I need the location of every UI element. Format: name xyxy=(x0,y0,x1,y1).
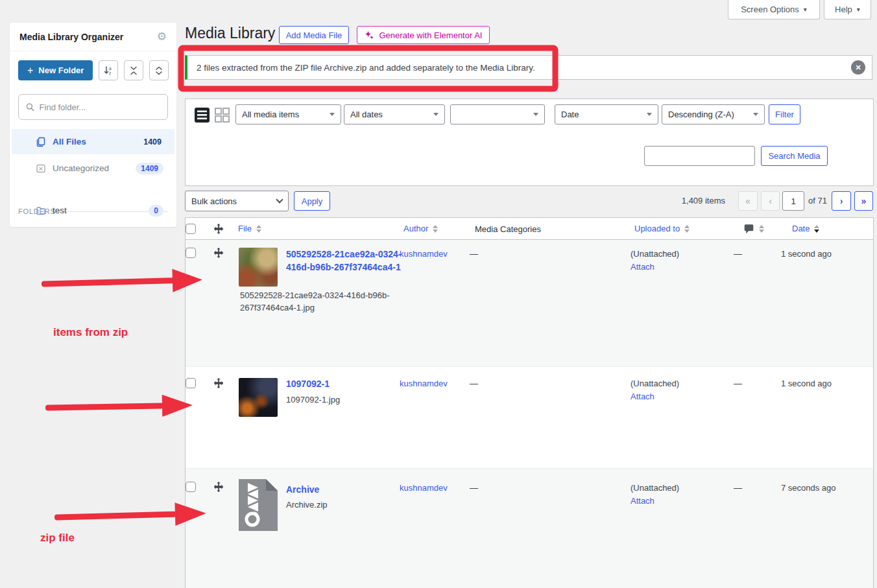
sidebar-item-uncategorized[interactable]: Uncategorized 1409 xyxy=(12,156,174,181)
row-checkbox[interactable] xyxy=(186,248,196,258)
apply-button-label: Apply xyxy=(302,196,323,206)
date-value: 1 second ago xyxy=(781,379,832,388)
move-handle-icon[interactable] xyxy=(213,377,224,389)
next-page-button[interactable]: › xyxy=(832,191,851,211)
apply-button[interactable]: Apply xyxy=(294,191,330,211)
orderby-value: Date xyxy=(561,110,579,119)
sort-by-comments-header[interactable] xyxy=(743,223,764,234)
new-folder-label: New Folder xyxy=(38,65,84,75)
media-search-input[interactable] xyxy=(644,146,755,166)
author-link[interactable]: kushnamdev xyxy=(400,483,448,493)
move-handle-icon[interactable] xyxy=(213,247,224,259)
list-view-button[interactable] xyxy=(194,107,210,125)
new-folder-button[interactable]: + New Folder xyxy=(18,60,93,80)
row-checkbox[interactable] xyxy=(186,378,196,388)
attach-link[interactable]: Attach xyxy=(631,392,655,401)
add-media-file-button[interactable]: Add Media File xyxy=(279,26,349,44)
generate-elementor-ai-button[interactable]: Generate with Elementor AI xyxy=(357,26,490,44)
help-button[interactable]: Help ▾ xyxy=(824,0,871,19)
grid-view-button[interactable] xyxy=(214,107,230,125)
folder-x-icon xyxy=(36,163,46,174)
folder-search-box xyxy=(18,94,168,120)
sidebar-item-folder-test[interactable]: test 0 xyxy=(12,198,174,223)
wp-admin-media-library-page: Screen Options ▾ Help ▾ Media Library Or… xyxy=(0,0,877,588)
order-select[interactable]: Descending (Z-A) xyxy=(662,104,765,124)
date-filter-value: All dates xyxy=(350,110,383,119)
file-header-label: File xyxy=(238,224,252,233)
media-type-select[interactable]: All media items xyxy=(235,104,341,124)
annotation-arrow-2 xyxy=(45,394,193,419)
sort-az-icon: a z xyxy=(103,65,114,76)
move-handle-icon[interactable] xyxy=(213,223,224,235)
media-title-link[interactable]: Archive xyxy=(286,483,402,496)
chevron-down-icon: ▾ xyxy=(857,6,860,13)
folder-search-input[interactable] xyxy=(40,102,160,112)
search-media-label: Search Media xyxy=(768,151,820,161)
orderby-select[interactable]: Date xyxy=(555,104,658,124)
chevron-down-icon xyxy=(647,113,652,116)
notice-message: 2 files extracted from the ZIP file Arch… xyxy=(197,63,535,73)
filter-button[interactable]: Filter xyxy=(769,104,800,124)
category-filter-select[interactable] xyxy=(450,104,545,124)
gear-icon[interactable]: ⚙ xyxy=(157,31,167,42)
sort-by-date-header[interactable]: Date xyxy=(792,224,819,233)
sort-by-uploaded-header[interactable]: Uploaded to xyxy=(634,224,690,233)
chevron-down-icon xyxy=(433,113,438,116)
collapse-all-button[interactable] xyxy=(124,60,143,80)
files-stack-icon xyxy=(36,137,46,147)
media-library-organizer-panel: Media Library Organizer ⚙ + New Folder a… xyxy=(10,23,176,227)
comments-value: — xyxy=(734,249,742,259)
media-title-link[interactable]: 505292528-21cae92a-0324-416d-b96b-267f37… xyxy=(286,248,402,274)
categories-value: — xyxy=(470,249,478,259)
expand-all-button[interactable] xyxy=(149,60,169,80)
sort-folders-button[interactable]: a z xyxy=(99,60,118,80)
chevron-down-icon xyxy=(330,113,335,116)
date-value: 7 seconds ago xyxy=(781,483,836,493)
select-all-checkbox[interactable] xyxy=(186,224,196,234)
sort-carets-icon xyxy=(256,225,261,233)
ai-sparkle-icon xyxy=(365,30,374,40)
date-filter-select[interactable]: All dates xyxy=(344,104,445,124)
sort-by-author-header[interactable]: Author xyxy=(403,224,438,233)
page-title: Media Library xyxy=(185,25,275,42)
expand-icon xyxy=(154,65,163,76)
sort-carets-icon xyxy=(814,225,819,233)
attach-link[interactable]: Attach xyxy=(631,262,655,272)
author-link[interactable]: kushnamdev xyxy=(400,249,448,259)
attach-link[interactable]: Attach xyxy=(631,496,655,506)
generate-elementor-ai-label: Generate with Elementor AI xyxy=(379,30,483,40)
screen-options-label: Screen Options xyxy=(741,5,799,14)
sidebar-item-label: Uncategorized xyxy=(53,163,129,173)
screen-options-button[interactable]: Screen Options ▾ xyxy=(728,0,820,19)
table-row: 1097092-1 1097092-1.jpg kushnamdev — (Un… xyxy=(186,367,873,469)
date-value: 1 second ago xyxy=(781,249,832,259)
media-thumbnail[interactable] xyxy=(239,248,278,287)
bulk-actions-select[interactable]: Bulk actions xyxy=(185,191,289,211)
media-title-link[interactable]: 1097092-1 xyxy=(286,377,402,390)
media-thumbnail[interactable] xyxy=(239,378,278,417)
author-header-label: Author xyxy=(403,224,428,233)
move-handle-icon[interactable] xyxy=(213,481,224,493)
list-view-icon xyxy=(194,107,210,123)
row-checkbox[interactable] xyxy=(186,482,196,492)
media-filename: Archive.zip xyxy=(286,499,440,512)
media-list-table: File Author Media Categories Uploaded to… xyxy=(185,217,874,588)
sidebar-item-all-files[interactable]: All Files 1409 xyxy=(12,129,174,154)
prev-page-button[interactable]: ‹ xyxy=(761,191,780,211)
items-count: 1,409 items xyxy=(662,196,725,206)
comment-bubble-icon xyxy=(743,223,754,234)
zip-file-icon[interactable] xyxy=(239,479,278,533)
media-type-value: All media items xyxy=(242,110,299,119)
search-media-button[interactable]: Search Media xyxy=(761,146,828,166)
last-page-button[interactable]: » xyxy=(854,191,873,211)
comments-value: — xyxy=(734,483,742,493)
dismiss-notice-button[interactable]: ✕ xyxy=(851,60,865,75)
first-page-button[interactable]: « xyxy=(738,191,758,211)
sort-by-file-header[interactable]: File xyxy=(238,224,261,233)
plus-icon: + xyxy=(27,65,33,76)
current-page-input[interactable] xyxy=(782,191,804,211)
sort-carets-icon xyxy=(684,225,690,233)
author-link[interactable]: kushnamdev xyxy=(400,379,448,388)
media-categories-header: Media Categories xyxy=(475,224,541,234)
uploaded-to-value: (Unattached) xyxy=(631,249,679,259)
